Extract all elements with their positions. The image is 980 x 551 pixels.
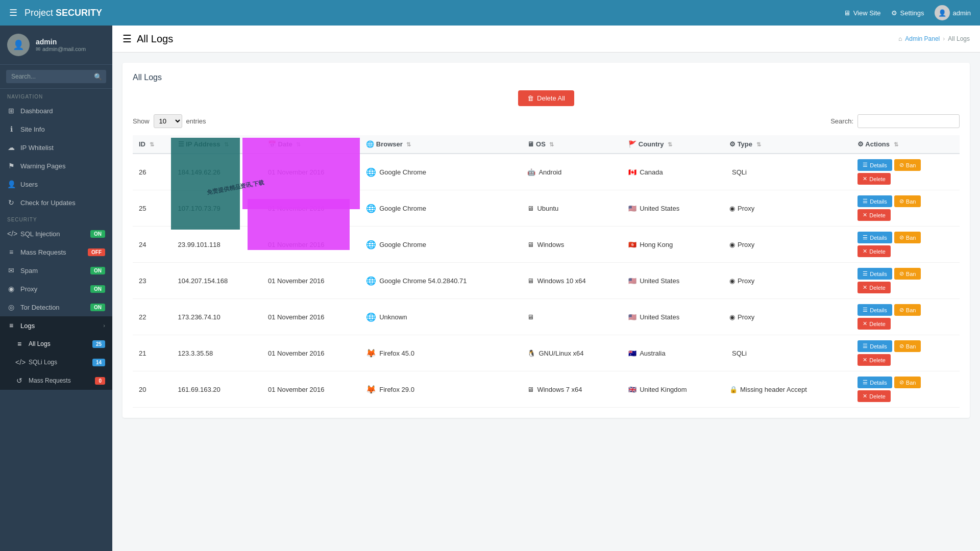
sidebar-item-logs[interactable]: ≡ Logs › [0,316,112,335]
os-icon: 🖥 [527,277,534,285]
sidebar-item-label: Dashboard [20,107,53,115]
sort-icon[interactable]: ⇅ [296,141,301,147]
delete-row-button[interactable]: ✕ Delete [857,245,891,257]
sidebar-item-warning-pages[interactable]: ⚑ Warning Pages [0,157,112,175]
settings-link[interactable]: ⚙ Settings [891,9,924,17]
ban-button[interactable]: ⊘ Ban [894,304,921,316]
monitor-header-icon: 🖥 [527,140,534,148]
ban-icon: ⊘ [899,234,904,241]
sidebar-item-users[interactable]: 👤 Users [0,175,112,193]
home-icon: ⌂ [898,35,902,42]
cell-browser: 🌐 Google Chrome [360,227,521,263]
ban-button[interactable]: ⊘ Ban [894,340,921,352]
sidebar-item-dashboard[interactable]: ⊞ Dashboard [0,102,112,120]
search-icon[interactable]: 🔍 [94,73,102,81]
delete-all-button[interactable]: 🗑 Delete All [518,90,574,106]
times-icon: ✕ [863,248,867,255]
delete-row-button[interactable]: ✕ Delete [857,173,891,185]
sidebar-item-sqli-logs[interactable]: </> SQLi Logs 14 [0,353,112,371]
sort-icon[interactable]: ⇅ [406,141,411,147]
details-label: Details [870,162,887,168]
ban-button[interactable]: ⊘ Ban [894,232,921,243]
cell-type: ◉ Proxy [723,263,851,299]
details-button[interactable]: ☰ Details [857,195,892,207]
details-button[interactable]: ☰ Details [857,268,892,280]
type-icon: 🔒 [729,386,738,393]
type-header-icon: ⚙ [729,140,736,148]
details-button[interactable]: ☰ Details [857,232,892,243]
mass-requests-logs-icon: ↺ [15,377,23,385]
sidebar-item-spam[interactable]: ✉ Spam ON [0,261,112,280]
delete-row-button[interactable]: ✕ Delete [857,209,891,221]
sort-icon[interactable]: ⇅ [668,141,672,147]
profile-info: admin ✉ admin@mail.com [36,38,86,53]
delete-row-button[interactable]: ✕ Delete [857,390,891,402]
sort-icon[interactable]: ⇅ [894,141,898,147]
ban-icon: ⊘ [899,270,904,277]
list-icon: ☰ [863,198,868,205]
entries-select[interactable]: 10 25 50 100 [154,114,182,128]
breadcrumb-home-link[interactable]: Admin Panel [905,35,940,42]
sidebar-item-label: Users [20,181,38,188]
country-flag: 🇦🇺 [628,349,636,357]
sidebar-item-label: Check for Updates [20,199,76,207]
view-site-link[interactable]: 🖥 View Site [844,9,881,17]
cell-id: 25 [133,190,172,227]
ban-button[interactable]: ⊘ Ban [894,268,921,280]
ban-button[interactable]: ⊘ Ban [894,195,921,207]
browser-icon: 🦊 [366,348,376,358]
details-button[interactable]: ☰ Details [857,159,892,171]
os-icon: 🖥 [527,205,534,212]
type-icon: ◉ [729,277,735,285]
sidebar-item-ip-whitelist[interactable]: ☁ IP Whitelist [0,138,112,157]
delete-row-button[interactable]: ✕ Delete [857,354,891,366]
sidebar-item-mass-requests-logs[interactable]: ↺ Mass Requests 0 [0,371,112,390]
sidebar-item-mass-requests[interactable]: ≡ Mass Requests OFF [0,243,112,261]
col-id: ID ⇅ [133,135,172,154]
sort-icon[interactable]: ⇅ [224,141,229,147]
logs-table: ID ⇅ ☰ IP Address ⇅ 📅 Date ⇅ 🌐 Browser ⇅ [133,135,960,408]
cell-id: 20 [133,371,172,408]
cell-ip: 23.99.101.118 [172,227,262,263]
sidebar-item-all-logs[interactable]: ≡ All Logs 25 [0,335,112,353]
sort-icon[interactable]: ⇅ [756,141,761,147]
details-button[interactable]: ☰ Details [857,304,892,316]
avatar: 👤 [7,34,30,56]
sidebar-item-label: SQLi Logs [29,359,57,366]
sidebar-item-proxy[interactable]: ◉ Proxy ON [0,280,112,298]
table-header-row: ID ⇅ ☰ IP Address ⇅ 📅 Date ⇅ 🌐 Browser ⇅ [133,135,960,154]
ban-label: Ban [906,343,916,349]
cell-country: 🇺🇸 United States [622,299,723,335]
details-button[interactable]: ☰ Details [857,377,892,388]
sidebar-item-tor-detection[interactable]: ◎ Tor Detection ON [0,298,112,316]
cell-os: 🤖 Android [521,154,622,190]
hamburger-icon[interactable]: ☰ [9,7,17,18]
sidebar-item-check-updates[interactable]: ↻ Check for Updates [0,193,112,212]
sidebar-item-site-info[interactable]: ℹ Site Info [0,120,112,138]
top-nav-right: 🖥 View Site ⚙ Settings 👤 admin [844,5,971,20]
ban-label: Ban [906,198,916,205]
details-label: Details [870,198,887,205]
delete-row-button[interactable]: ✕ Delete [857,318,891,330]
sort-icon[interactable]: ⇅ [549,141,554,147]
country-flag: 🇨🇦 [628,168,636,176]
sidebar: 👤 admin ✉ admin@mail.com 🔍 NAVIGATION ⊞ … [0,26,112,551]
search-input[interactable] [6,70,106,83]
sidebar-item-sql-injection[interactable]: </> SQL Injection ON [0,224,112,243]
country-flag: 🇬🇧 [628,386,636,393]
ban-label: Ban [906,271,916,277]
details-label: Details [870,271,887,277]
cell-id: 21 [133,335,172,371]
cell-date: 01 November 2016 [262,227,360,263]
details-button[interactable]: ☰ Details [857,340,892,352]
sort-icon[interactable]: ⇅ [150,141,154,147]
brand-normal: Project [24,8,56,18]
ban-button[interactable]: ⊘ Ban [894,159,921,171]
admin-link[interactable]: 👤 admin [935,5,971,20]
delete-row-button[interactable]: ✕ Delete [857,282,891,293]
ban-button[interactable]: ⊘ Ban [894,377,921,388]
times-icon: ✕ [863,393,867,399]
table-search-input[interactable] [857,114,960,128]
search-label: Search: [830,117,853,125]
cell-country: 🇺🇸 United States [622,263,723,299]
